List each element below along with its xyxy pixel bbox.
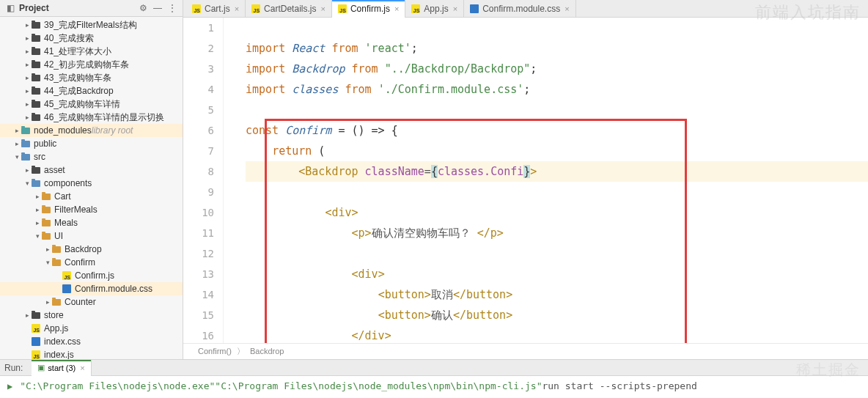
editor-tab[interactable]: JSCartDetails.js× <box>246 0 332 18</box>
close-icon[interactable]: × <box>453 4 457 13</box>
tree-node[interactable]: ▸41_处理字体大小 <box>0 45 183 58</box>
tree-node[interactable]: ▸40_完成搜索 <box>0 32 183 45</box>
chevron-icon[interactable]: ▸ <box>23 21 31 29</box>
tree-label: 40_完成搜索 <box>44 32 94 45</box>
project-tree[interactable]: ▸39_完成FilterMeals结构▸40_完成搜索▸41_处理字体大小▸42… <box>0 17 183 359</box>
tree-node[interactable]: ▸Meals <box>0 216 183 229</box>
tree-label: Cart <box>54 191 71 202</box>
line-gutter: 12345678910111213141516 <box>183 18 224 343</box>
chevron-icon[interactable]: ▸ <box>23 87 31 95</box>
chevron-icon[interactable]: ▸ <box>23 48 31 55</box>
editor-tab[interactable]: JSCart.js× <box>186 0 246 18</box>
start-icon: ▣ <box>37 363 45 372</box>
fold-gutter <box>224 18 246 343</box>
tab-label: Cart.js <box>205 4 230 14</box>
tree-label: asset <box>44 165 65 175</box>
chevron-icon[interactable]: ▸ <box>44 246 51 253</box>
tree-label: UI <box>54 231 63 241</box>
tab-label: App.js <box>424 4 448 14</box>
file-icon: JS <box>192 4 201 13</box>
tree-node[interactable]: ▸39_完成FilterMeals结构 <box>0 18 183 32</box>
tree-node[interactable]: ▸public <box>0 137 183 150</box>
tree-node[interactable]: JSApp.js <box>0 322 183 335</box>
chevron-icon[interactable]: ▸ <box>13 127 21 134</box>
tree-label: 46_完成购物车详情的显示切换 <box>44 111 164 124</box>
code-area[interactable]: 12345678910111213141516 import React fro… <box>183 18 868 343</box>
tree-node[interactable]: ▸43_完成购物车条 <box>0 71 183 84</box>
chevron-icon[interactable]: ▸ <box>34 206 41 213</box>
tree-node[interactable]: ▸45_完成购物车详情 <box>0 97 183 111</box>
close-icon[interactable]: × <box>564 4 569 13</box>
editor-tab[interactable]: JSConfirm.js× <box>332 0 405 18</box>
tree-label: store <box>44 310 64 320</box>
tab-label: Confirm.module.css <box>482 4 560 14</box>
tree-node[interactable]: ▸asset <box>0 163 183 177</box>
tree-label: Backdrop <box>65 244 102 254</box>
chevron-icon[interactable]: ▸ <box>23 166 31 174</box>
tree-label: index.css <box>44 336 81 347</box>
close-icon[interactable]: × <box>320 4 325 13</box>
sidebar-header: ◧ Project ⚙ — ⋮ <box>0 0 183 17</box>
tree-node[interactable]: ▸Counter <box>0 295 183 309</box>
editor-tab[interactable]: Confirm.module.css× <box>464 0 575 18</box>
tree-label: Confirm <box>65 257 95 268</box>
tree-node[interactable]: ▸44_完成Backdrop <box>0 84 183 97</box>
tree-node[interactable]: ▾components <box>0 177 183 190</box>
tab-label: Confirm.js <box>350 4 390 14</box>
chevron-icon[interactable]: ▸ <box>34 193 41 200</box>
chevron-icon[interactable]: ▸ <box>23 312 31 319</box>
tab-label: CartDetails.js <box>264 4 316 14</box>
close-icon[interactable]: × <box>394 4 399 13</box>
tree-label: Meals <box>54 218 78 228</box>
tree-node[interactable]: ▸42_初步完成购物车条 <box>0 58 183 71</box>
collapse-icon[interactable]: ◧ <box>4 2 16 14</box>
tree-label: 44_完成Backdrop <box>44 85 114 97</box>
chevron-icon[interactable]: ▸ <box>23 61 31 68</box>
run-output[interactable]: ▶ "C:\Program Files\nodejs\node.exe" "C:… <box>0 376 868 396</box>
close-icon[interactable]: × <box>80 364 84 372</box>
tree-node[interactable]: Confirm.module.css <box>0 282 183 295</box>
file-icon <box>470 4 479 13</box>
menu-icon[interactable]: ⋮ <box>166 2 178 14</box>
chevron-icon[interactable]: ▸ <box>23 74 31 81</box>
tree-node[interactable]: ▾Confirm <box>0 256 183 269</box>
editor-tab[interactable]: JSApp.js× <box>405 0 464 18</box>
code-text[interactable]: import React from 'react'; import Backdr… <box>246 18 868 343</box>
tree-label: 45_完成购物车详情 <box>44 98 120 111</box>
run-tab[interactable]: ▣ start (3) × <box>32 360 91 376</box>
tree-label: Confirm.module.css <box>75 284 152 294</box>
breadcrumb-item[interactable]: Confirm() <box>198 347 232 355</box>
chevron-icon[interactable]: ▾ <box>44 259 51 266</box>
chevron-icon[interactable]: ▾ <box>23 180 31 187</box>
play-icon[interactable]: ▶ <box>7 381 12 391</box>
tree-node[interactable]: JSConfirm.js <box>0 269 183 282</box>
tree-node[interactable]: index.css <box>0 335 183 348</box>
chevron-icon[interactable]: ▸ <box>23 100 31 108</box>
tree-node[interactable]: ▸store <box>0 309 183 322</box>
tree-node[interactable]: JSindex.js <box>0 348 183 359</box>
chevron-icon[interactable]: ▾ <box>34 232 41 240</box>
chevron-icon[interactable]: ▸ <box>23 114 31 121</box>
close-icon[interactable]: × <box>235 4 239 13</box>
tree-node[interactable]: ▸node_modules library root <box>0 124 183 137</box>
tree-label: index.js <box>44 350 74 359</box>
breadcrumb-item[interactable]: Backdrop <box>250 347 284 355</box>
chevron-icon[interactable]: ▸ <box>34 219 41 226</box>
tree-node[interactable]: ▸Cart <box>0 190 183 203</box>
hide-icon[interactable]: — <box>152 2 163 14</box>
gear-icon[interactable]: ⚙ <box>137 2 149 14</box>
tree-label: node_modules <box>34 125 92 136</box>
tree-node[interactable]: ▸Backdrop <box>0 243 183 256</box>
tree-label: 39_完成FilterMeals结构 <box>44 19 137 32</box>
tree-node[interactable]: ▸46_完成购物车详情的显示切换 <box>0 111 183 124</box>
chevron-icon[interactable]: ▸ <box>13 140 21 147</box>
chevron-icon[interactable]: ▾ <box>13 153 21 161</box>
tree-label: 42_初步完成购物车条 <box>44 59 129 71</box>
tree-node[interactable]: ▾src <box>0 150 183 163</box>
tree-node[interactable]: ▸FilterMeals <box>0 203 183 216</box>
tree-node[interactable]: ▾UI <box>0 229 183 243</box>
breadcrumb[interactable]: Confirm() 〉 Backdrop <box>183 343 868 359</box>
chevron-icon[interactable]: ▸ <box>44 298 51 306</box>
sidebar-title[interactable]: Project <box>19 3 134 13</box>
chevron-icon[interactable]: ▸ <box>23 34 31 42</box>
